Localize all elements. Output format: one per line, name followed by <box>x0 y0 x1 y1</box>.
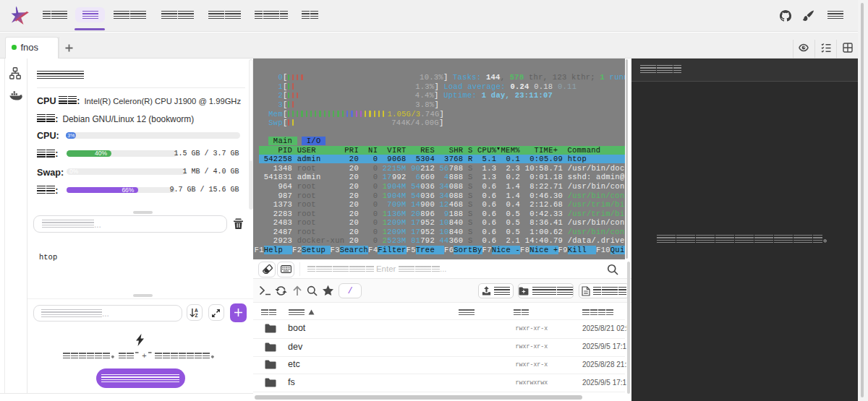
svg-text:Z: Z <box>195 313 198 318</box>
svg-text:A: A <box>195 308 198 313</box>
